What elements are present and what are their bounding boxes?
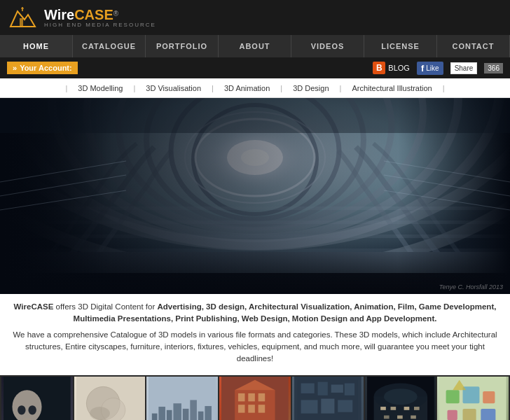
cat-arch-illustration[interactable]: Architectural Illustration [341, 84, 442, 92]
hero-image: Tenye C. Horsfall 2013 [0, 98, 510, 294]
svg-rect-61 [248, 405, 255, 412]
blog-icon: B [373, 62, 385, 74]
category-bar: | 3D Modelling | 3D Visualisation | 3D A… [0, 78, 510, 98]
thumb-1[interactable] [1, 377, 73, 420]
svg-rect-89 [448, 410, 457, 420]
svg-rect-47 [152, 414, 158, 420]
nav-license[interactable]: LICENSE [364, 35, 437, 57]
svg-rect-53 [198, 412, 204, 420]
facebook-icon: f [421, 63, 424, 74]
share-count: 366 [484, 63, 503, 74]
hero-svg [0, 98, 510, 294]
nav-home[interactable]: HOME [0, 35, 73, 57]
thumb-3[interactable] [146, 377, 218, 420]
cat-3d-design[interactable]: 3D Design [282, 84, 339, 92]
svg-rect-52 [191, 400, 198, 420]
thumb-5[interactable] [292, 377, 364, 420]
description-section: WireCASE offers 3D Digital Content for A… [0, 294, 510, 375]
svg-point-38 [18, 405, 25, 414]
svg-rect-73 [338, 400, 352, 412]
cat-sep-5: | [443, 84, 445, 92]
thumb-6[interactable] [365, 377, 436, 420]
svg-rect-88 [483, 391, 495, 403]
svg-rect-71 [301, 400, 317, 414]
account-button[interactable]: Your Account: [7, 62, 78, 74]
svg-rect-91 [481, 409, 496, 420]
blog-label: BLOG [388, 64, 410, 72]
cat-3d-visualisation[interactable]: 3D Visualisation [135, 84, 212, 92]
nav-contact[interactable]: CONTACT [437, 35, 510, 57]
nav-about[interactable]: ABOUT [219, 35, 291, 57]
svg-rect-62 [259, 405, 266, 412]
svg-rect-51 [183, 409, 189, 420]
thumbnail-strip [0, 375, 510, 420]
svg-rect-50 [174, 404, 181, 420]
svg-rect-82 [384, 416, 390, 419]
svg-rect-60 [238, 405, 245, 412]
header: WireCASE® HIGH END MEDIA RESOURCE [0, 0, 510, 35]
svg-rect-78 [380, 407, 386, 410]
svg-rect-67 [301, 384, 314, 393]
watermark: Tenye C. Horsfall 2013 [439, 284, 503, 290]
nav-videos[interactable]: VIDEOS [291, 35, 364, 57]
svg-rect-86 [446, 390, 460, 403]
main-nav: HOME CATALOGUE PORTFOLIO ABOUT VIDEOS LI… [0, 35, 510, 57]
desc-brand: WireCASE [14, 302, 54, 311]
svg-rect-90 [463, 409, 476, 420]
svg-rect-84 [411, 416, 416, 419]
svg-rect-70 [345, 384, 354, 396]
hero-inner: Tenye C. Horsfall 2013 [0, 98, 510, 294]
svg-rect-49 [167, 410, 172, 420]
like-label: Like [426, 64, 439, 72]
nav-portfolio[interactable]: PORTFOLIO [146, 35, 219, 57]
logo-wire: Wire [44, 7, 74, 22]
logo-text: WireCASE® HIGH END MEDIA RESOURCE [44, 7, 156, 28]
logo-reg: ® [113, 10, 118, 18]
logo-case: CASE [74, 7, 113, 22]
svg-rect-80 [404, 407, 409, 410]
blog-button[interactable]: B BLOG [373, 62, 410, 74]
svg-point-77 [384, 388, 418, 405]
svg-rect-2 [20, 18, 23, 27]
logo-area: WireCASE® HIGH END MEDIA RESOURCE [7, 4, 156, 31]
thumb-4[interactable] [219, 377, 291, 420]
svg-rect-83 [397, 416, 403, 419]
svg-rect-59 [259, 393, 266, 401]
logo-icon [7, 4, 39, 31]
svg-rect-69 [331, 385, 343, 393]
desc-line2: We have a comprehensive Catalogue of 3D … [11, 329, 499, 365]
sub-header: Your Account: B BLOG f Like Share 366 [0, 57, 510, 78]
svg-rect-57 [238, 393, 245, 401]
svg-rect-79 [390, 407, 396, 410]
cat-3d-modelling[interactable]: 3D Modelling [67, 84, 133, 92]
svg-rect-72 [321, 399, 334, 414]
share-button[interactable]: Share [450, 62, 478, 74]
nav-catalogue[interactable]: CATALOGUE [73, 35, 146, 57]
svg-rect-29 [0, 98, 510, 133]
svg-point-45 [90, 407, 110, 420]
desc-line1: WireCASE offers 3D Digital Content for A… [11, 301, 499, 326]
svg-rect-58 [248, 393, 255, 401]
facebook-like-button[interactable]: f Like [417, 62, 443, 75]
svg-rect-48 [159, 407, 166, 420]
svg-rect-54 [205, 406, 212, 420]
svg-point-39 [28, 405, 36, 414]
svg-rect-68 [317, 382, 327, 396]
cat-3d-animation[interactable]: 3D Animation [214, 84, 280, 92]
logo-tagline: HIGH END MEDIA RESOURCE [44, 22, 156, 28]
thumb-2[interactable] [74, 377, 146, 420]
thumb-7[interactable] [437, 377, 509, 420]
svg-rect-81 [414, 407, 420, 410]
desc-text1: offers 3D Digital Content for [53, 302, 157, 311]
